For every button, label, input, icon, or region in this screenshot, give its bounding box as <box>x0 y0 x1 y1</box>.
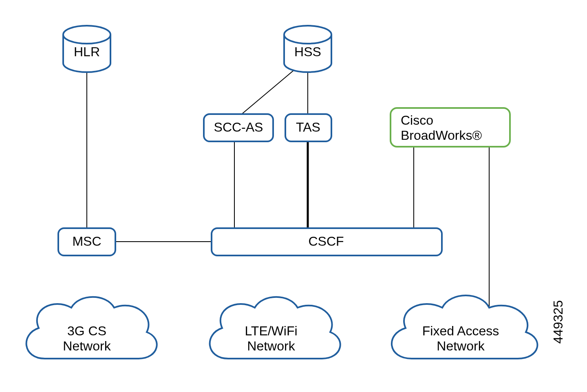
cloud-fixed-access: Fixed Access Network <box>392 295 537 359</box>
hlr-label: HLR <box>74 44 100 59</box>
cloud-3g-label-2: Network <box>63 339 111 353</box>
svg-point-1 <box>284 26 331 44</box>
network-diagram: HLR HSS SCC-AS TAS Cisco BroadWorks® MSC… <box>0 0 587 392</box>
scc-as-label: SCC-AS <box>214 120 263 134</box>
tas-label: TAS <box>296 120 320 134</box>
hss-label: HSS <box>294 44 321 59</box>
cloud-3g-cs: 3G CS Network <box>26 297 157 359</box>
hss-node: HSS <box>284 26 331 72</box>
msc-label: MSC <box>72 234 101 249</box>
tas-node: TAS <box>285 114 331 141</box>
cloud-fixed-label-2: Network <box>437 339 485 353</box>
cloud-lte-wifi: LTE/WiFi Network <box>210 297 340 359</box>
svg-point-0 <box>63 26 110 44</box>
broadworks-label-2: BroadWorks® <box>401 128 482 143</box>
scc-as-node: SCC-AS <box>204 114 273 141</box>
cloud-lte-label-1: LTE/WiFi <box>245 324 297 338</box>
broadworks-label-1: Cisco <box>401 113 433 128</box>
hlr-node: HLR <box>63 26 110 72</box>
figure-id: 449325 <box>551 300 565 344</box>
cloud-3g-label-1: 3G CS <box>67 324 106 338</box>
msc-node: MSC <box>58 228 115 255</box>
cloud-lte-label-2: Network <box>247 339 295 353</box>
cloud-fixed-label-1: Fixed Access <box>422 324 499 338</box>
link-hss-sccas <box>242 70 294 114</box>
cscf-node: CSCF <box>212 228 442 255</box>
connections <box>87 70 489 310</box>
broadworks-node: Cisco BroadWorks® <box>391 108 510 147</box>
cscf-label: CSCF <box>308 234 344 249</box>
